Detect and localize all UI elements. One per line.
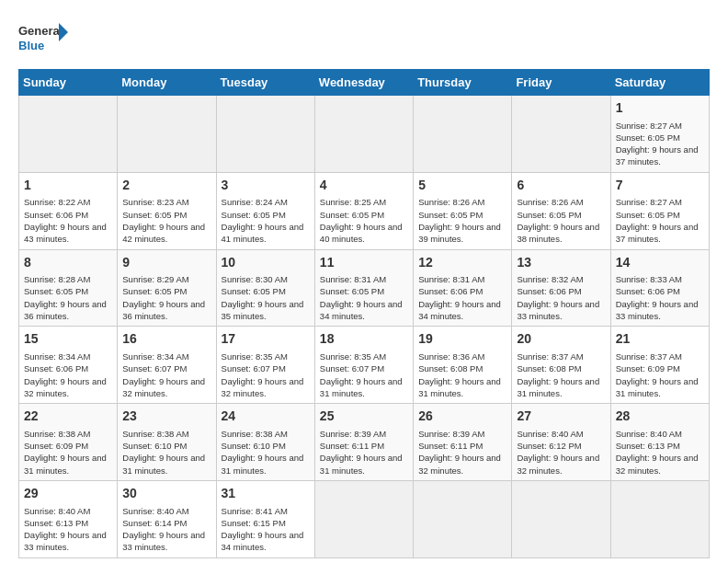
calendar-cell	[314, 96, 413, 173]
day-number: 21	[616, 330, 704, 349]
day-number: 29	[24, 485, 112, 503]
calendar-cell: 3 Sunrise: 8:24 AM Sunset: 6:05 PM Dayli…	[216, 172, 314, 249]
day-number: 2	[122, 177, 210, 195]
day-info: Sunrise: 8:23 AM Sunset: 6:05 PM Dayligh…	[122, 196, 210, 245]
svg-marker-2	[59, 23, 68, 41]
calendar-cell: 13 Sunrise: 8:32 AM Sunset: 6:06 PM Dayl…	[512, 249, 610, 327]
calendar-body: 1 Sunrise: 8:27 AM Sunset: 6:05 PM Dayli…	[19, 96, 710, 558]
day-number: 3	[222, 177, 310, 195]
calendar-cell	[118, 96, 216, 173]
day-info: Sunrise: 8:36 AM Sunset: 6:08 PM Dayligh…	[418, 350, 506, 399]
day-header-tuesday: Tuesday	[216, 70, 314, 96]
day-number: 12	[418, 254, 506, 272]
calendar-cell: 14 Sunrise: 8:33 AM Sunset: 6:06 PM Dayl…	[610, 249, 709, 327]
day-info: Sunrise: 8:39 AM Sunset: 6:11 PM Dayligh…	[320, 428, 408, 477]
calendar-cell: 8 Sunrise: 8:28 AM Sunset: 6:05 PM Dayli…	[19, 249, 118, 327]
calendar-row: 29 Sunrise: 8:40 AM Sunset: 6:13 PM Dayl…	[19, 480, 710, 557]
day-number: 22	[24, 408, 112, 426]
calendar-cell: 15 Sunrise: 8:34 AM Sunset: 6:06 PM Dayl…	[19, 327, 118, 404]
day-info: Sunrise: 8:35 AM Sunset: 6:07 PM Dayligh…	[222, 350, 310, 399]
calendar-cell: 16 Sunrise: 8:34 AM Sunset: 6:07 PM Dayl…	[118, 327, 216, 404]
day-info: Sunrise: 8:28 AM Sunset: 6:05 PM Dayligh…	[24, 273, 112, 322]
day-number: 10	[222, 254, 310, 272]
day-info: Sunrise: 8:34 AM Sunset: 6:06 PM Dayligh…	[24, 350, 112, 399]
day-number: 19	[418, 330, 506, 349]
day-header-saturday: Saturday	[610, 70, 709, 96]
day-header-monday: Monday	[118, 70, 216, 96]
calendar-cell: 18 Sunrise: 8:35 AM Sunset: 6:07 PM Dayl…	[314, 327, 413, 404]
day-number: 16	[122, 330, 210, 349]
calendar-cell: 27 Sunrise: 8:40 AM Sunset: 6:12 PM Dayl…	[512, 404, 610, 481]
calendar-cell: 28 Sunrise: 8:40 AM Sunset: 6:13 PM Dayl…	[610, 404, 709, 481]
day-number: 26	[418, 408, 506, 426]
calendar-cell: 31 Sunrise: 8:41 AM Sunset: 6:15 PM Dayl…	[216, 480, 314, 557]
calendar-cell: 26 Sunrise: 8:39 AM Sunset: 6:11 PM Dayl…	[414, 404, 512, 481]
calendar-header-row: SundayMondayTuesdayWednesdayThursdayFrid…	[19, 70, 710, 96]
day-info: Sunrise: 8:37 AM Sunset: 6:08 PM Dayligh…	[517, 350, 605, 399]
day-number: 4	[320, 177, 408, 195]
calendar-row: 1 Sunrise: 8:22 AM Sunset: 6:06 PM Dayli…	[19, 172, 710, 249]
day-info: Sunrise: 8:24 AM Sunset: 6:05 PM Dayligh…	[222, 196, 310, 245]
calendar-row: 8 Sunrise: 8:28 AM Sunset: 6:05 PM Dayli…	[19, 249, 710, 327]
calendar-cell: 12 Sunrise: 8:31 AM Sunset: 6:06 PM Dayl…	[414, 249, 512, 327]
day-info: Sunrise: 8:35 AM Sunset: 6:07 PM Dayligh…	[320, 350, 408, 399]
calendar-cell	[512, 96, 610, 173]
day-info: Sunrise: 8:32 AM Sunset: 6:06 PM Dayligh…	[517, 273, 605, 322]
day-info: Sunrise: 8:33 AM Sunset: 6:06 PM Dayligh…	[616, 273, 704, 322]
calendar-cell	[414, 480, 512, 557]
day-number: 7	[616, 177, 704, 195]
calendar-cell: 24 Sunrise: 8:38 AM Sunset: 6:10 PM Dayl…	[216, 404, 314, 481]
day-number: 8	[24, 254, 112, 272]
calendar-cell: 1 Sunrise: 8:27 AM Sunset: 6:05 PM Dayli…	[610, 96, 709, 173]
day-info: Sunrise: 8:29 AM Sunset: 6:05 PM Dayligh…	[122, 273, 210, 322]
day-header-wednesday: Wednesday	[314, 70, 413, 96]
day-number: 1	[616, 99, 704, 118]
day-number: 24	[222, 408, 310, 426]
day-number: 5	[418, 177, 506, 195]
day-info: Sunrise: 8:41 AM Sunset: 6:15 PM Dayligh…	[222, 505, 310, 554]
calendar-cell: 7 Sunrise: 8:27 AM Sunset: 6:05 PM Dayli…	[610, 172, 709, 249]
calendar-cell	[19, 96, 118, 173]
calendar-cell: 2 Sunrise: 8:23 AM Sunset: 6:05 PM Dayli…	[118, 172, 216, 249]
day-header-friday: Friday	[512, 70, 610, 96]
day-number: 28	[616, 408, 704, 426]
calendar-cell: 20 Sunrise: 8:37 AM Sunset: 6:08 PM Dayl…	[512, 327, 610, 404]
svg-text:General: General	[18, 24, 63, 38]
calendar-cell: 23 Sunrise: 8:38 AM Sunset: 6:10 PM Dayl…	[118, 404, 216, 481]
day-info: Sunrise: 8:38 AM Sunset: 6:09 PM Dayligh…	[24, 428, 112, 477]
day-info: Sunrise: 8:27 AM Sunset: 6:05 PM Dayligh…	[616, 196, 704, 245]
calendar-table: SundayMondayTuesdayWednesdayThursdayFrid…	[18, 69, 710, 558]
calendar-cell: 4 Sunrise: 8:25 AM Sunset: 6:05 PM Dayli…	[314, 172, 413, 249]
day-number: 31	[222, 485, 310, 503]
calendar-cell	[314, 480, 413, 557]
day-info: Sunrise: 8:31 AM Sunset: 6:06 PM Dayligh…	[418, 273, 506, 322]
calendar-cell: 11 Sunrise: 8:31 AM Sunset: 6:05 PM Dayl…	[314, 249, 413, 327]
day-info: Sunrise: 8:40 AM Sunset: 6:13 PM Dayligh…	[24, 505, 112, 554]
day-number: 6	[517, 177, 605, 195]
day-number: 13	[517, 254, 605, 272]
day-number: 18	[320, 330, 408, 349]
calendar-cell	[216, 96, 314, 173]
calendar-cell: 9 Sunrise: 8:29 AM Sunset: 6:05 PM Dayli…	[118, 249, 216, 327]
calendar-cell	[414, 96, 512, 173]
day-number: 25	[320, 408, 408, 426]
calendar-cell: 29 Sunrise: 8:40 AM Sunset: 6:13 PM Dayl…	[19, 480, 118, 557]
day-number: 1	[24, 177, 112, 195]
day-info: Sunrise: 8:26 AM Sunset: 6:05 PM Dayligh…	[418, 196, 506, 245]
day-info: Sunrise: 8:26 AM Sunset: 6:05 PM Dayligh…	[517, 196, 605, 245]
day-info: Sunrise: 8:25 AM Sunset: 6:05 PM Dayligh…	[320, 196, 408, 245]
logo-svg: General Blue	[18, 18, 74, 60]
day-number: 11	[320, 254, 408, 272]
day-info: Sunrise: 8:39 AM Sunset: 6:11 PM Dayligh…	[418, 428, 506, 477]
calendar-cell: 5 Sunrise: 8:26 AM Sunset: 6:05 PM Dayli…	[414, 172, 512, 249]
day-info: Sunrise: 8:31 AM Sunset: 6:05 PM Dayligh…	[320, 273, 408, 322]
calendar-cell: 21 Sunrise: 8:37 AM Sunset: 6:09 PM Dayl…	[610, 327, 709, 404]
day-number: 14	[616, 254, 704, 272]
calendar-cell: 1 Sunrise: 8:22 AM Sunset: 6:06 PM Dayli…	[19, 172, 118, 249]
header: General Blue	[18, 18, 710, 60]
day-number: 30	[122, 485, 210, 503]
calendar-cell: 17 Sunrise: 8:35 AM Sunset: 6:07 PM Dayl…	[216, 327, 314, 404]
calendar-cell: 30 Sunrise: 8:40 AM Sunset: 6:14 PM Dayl…	[118, 480, 216, 557]
logo: General Blue	[18, 18, 74, 60]
calendar-row: 1 Sunrise: 8:27 AM Sunset: 6:05 PM Dayli…	[19, 96, 710, 173]
